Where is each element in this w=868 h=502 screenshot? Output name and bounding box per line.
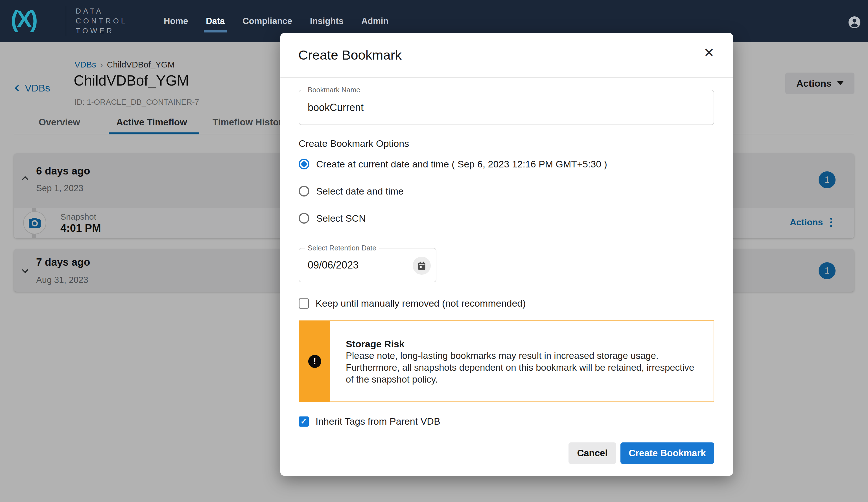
modal-title: Create Bookmark: [298, 47, 402, 63]
alert-title: Storage Risk: [346, 338, 703, 350]
radio-select-datetime[interactable]: Select date and time: [299, 184, 404, 198]
user-avatar-icon[interactable]: [848, 16, 861, 29]
screen: (X) DATA CONTROL TOWER Home Data Complia…: [0, 0, 868, 502]
storage-risk-alert: ! Storage Risk Please note, long-lasting…: [299, 320, 714, 402]
checkbox-unchecked-icon[interactable]: [299, 298, 309, 309]
inherit-checkbox-label: Inherit Tags from Parent VDB: [316, 416, 440, 427]
alert-text: Please note, long-lasting bookmarks may …: [346, 350, 703, 386]
nav-item-compliance[interactable]: Compliance: [242, 16, 292, 26]
radio-unselected-icon[interactable]: [299, 213, 309, 224]
calendar-picker-button[interactable]: [413, 257, 431, 275]
create-bookmark-modal: Create Bookmark ✕ Bookmark Name Create B…: [280, 33, 733, 476]
bookmark-name-input[interactable]: [299, 90, 714, 124]
keep-checkbox-label: Keep until manually removed (not recomme…: [316, 298, 526, 309]
close-icon[interactable]: ✕: [703, 46, 714, 59]
brand-line-2: CONTROL: [76, 16, 127, 26]
bookmark-name-label: Bookmark Name: [305, 86, 363, 94]
radio-select-scn[interactable]: Select SCN: [299, 211, 366, 226]
nav-item-admin[interactable]: Admin: [361, 16, 389, 26]
brand-line-1: DATA: [76, 6, 127, 16]
modal-header: Create Bookmark ✕: [280, 33, 733, 78]
exclamation-icon: !: [308, 355, 321, 368]
retention-date-label: Select Retention Date: [305, 244, 379, 252]
cancel-button[interactable]: Cancel: [568, 442, 616, 464]
inherit-tags-checkbox-row[interactable]: ✓ Inherit Tags from Parent VDB: [299, 416, 440, 427]
nav-item-insights[interactable]: Insights: [310, 16, 343, 26]
bookmark-name-field: Bookmark Name: [299, 90, 714, 125]
brand-divider: [66, 6, 66, 35]
radio-selected-icon[interactable]: [299, 159, 309, 170]
options-heading: Create Bookmark Options: [299, 138, 409, 149]
radio-label: Select SCN: [316, 213, 366, 224]
nav-item-home[interactable]: Home: [164, 16, 188, 26]
radio-current-datetime[interactable]: Create at current date and time ( Sep 6,…: [299, 157, 607, 171]
brand-wordmark: DATA CONTROL TOWER: [76, 6, 127, 36]
radio-label: Select date and time: [316, 186, 404, 197]
retention-date-field: Select Retention Date: [299, 248, 436, 282]
keep-until-removed-checkbox-row[interactable]: Keep until manually removed (not recomme…: [299, 298, 526, 309]
alert-stripe: !: [299, 321, 330, 401]
create-bookmark-button[interactable]: Create Bookmark: [620, 442, 714, 464]
retention-date-input[interactable]: [299, 248, 392, 282]
radio-label: Create at current date and time ( Sep 6,…: [316, 159, 607, 170]
brand-logo-icon: (X): [11, 6, 35, 33]
radio-unselected-icon[interactable]: [299, 186, 309, 196]
alert-body: Storage Risk Please note, long-lasting b…: [330, 321, 714, 401]
calendar-icon: [417, 260, 427, 271]
nav-item-data[interactable]: Data: [206, 16, 225, 26]
brand-line-3: TOWER: [76, 26, 127, 36]
checkbox-checked-icon[interactable]: ✓: [299, 417, 309, 427]
